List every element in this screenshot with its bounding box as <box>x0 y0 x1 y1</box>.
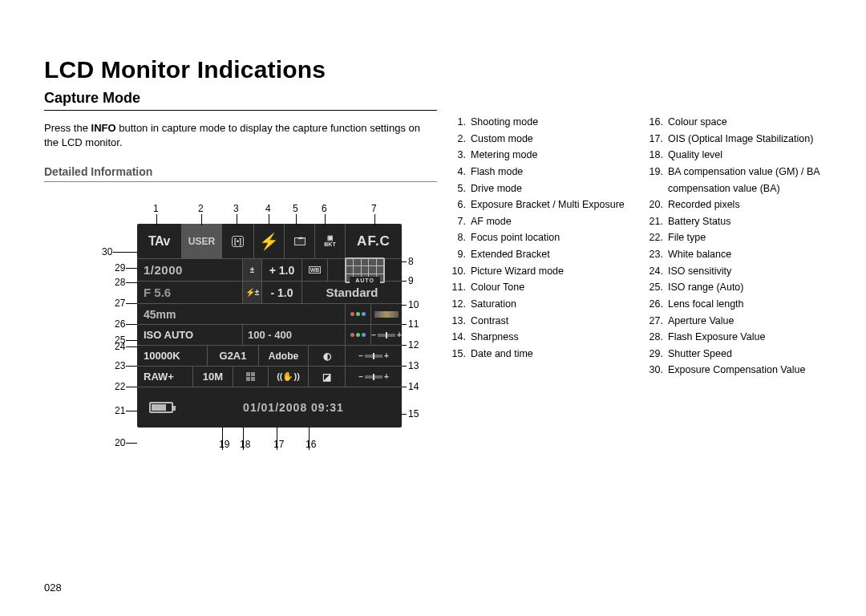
wb-shift-cell: G2A1 <box>208 346 259 366</box>
focal-length-cell: 45mm <box>137 304 346 324</box>
callout-number: 21 <box>115 405 125 416</box>
ev-value-cell: + 1.0 <box>262 259 302 281</box>
datetime-cell: 01/01/2008 09:31 <box>185 401 402 414</box>
legend-item: 28.Flash Exposure Value <box>649 329 822 346</box>
callout-number: 16 <box>306 439 316 450</box>
callout-number: 9 <box>408 275 414 286</box>
drive-mode-icon <box>285 224 315 258</box>
legend-item: 20.Recorded pixels <box>649 197 822 213</box>
legend-item: 18.Quality level <box>649 147 822 164</box>
focus-point-cell: AUTO <box>328 259 402 281</box>
legend-item: 19.BA compensation value (GM) / BA compe… <box>649 164 822 197</box>
color-tone-value <box>371 304 402 324</box>
shooting-mode-cell: TAv <box>137 224 182 258</box>
custom-mode-cell: USER <box>182 224 222 258</box>
callout-number: 27 <box>115 298 125 309</box>
lcd-screen: TAv USER [•] ⚡ ▣BKT AF.C 1/2000 ± + 1.0 … <box>137 224 402 428</box>
callout-number: 19 <box>219 439 229 450</box>
legend-item: 21.Battery Status <box>649 213 822 230</box>
iso-label-cell: ISO AUTO <box>137 325 243 345</box>
callout-number: 2 <box>198 203 204 214</box>
battery-icon <box>137 402 185 413</box>
callout-number: 29 <box>115 262 125 274</box>
legend-item: 14.Sharpness <box>451 329 625 346</box>
quality-icon <box>233 367 269 387</box>
legend-item: 6.Exposure Bracket / Multi Exposure <box>451 197 625 213</box>
callout-number: 15 <box>408 408 419 419</box>
contrast-slider: −+ <box>346 346 402 366</box>
sharpness-icon: ◪ <box>309 367 346 387</box>
colorspace-cell: Adobe <box>259 346 309 366</box>
legend-item: 30.Exposure Compensation Value <box>649 362 822 379</box>
legend-item: 8.Focus point location <box>451 229 625 246</box>
legend-item: 7.AF mode <box>451 213 625 230</box>
legend-columns: 1.Shooting mode2.Custom mode3.Metering m… <box>451 90 822 463</box>
legend-item: 13.Contrast <box>451 313 625 330</box>
bracket-icon: ▣BKT <box>315 224 346 258</box>
ev-icon: ± <box>243 259 262 281</box>
callout-number: 28 <box>115 277 125 288</box>
legend-item: 24.ISO sensitivity <box>649 263 822 280</box>
legend-item: 27.Aperture Value <box>649 313 822 330</box>
callout-number: 26 <box>115 318 125 330</box>
legend-item: 3.Metering mode <box>451 147 625 164</box>
callout-number: 10 <box>408 299 419 310</box>
callout-number: 23 <box>115 360 125 371</box>
callout-number: 13 <box>408 360 419 371</box>
flash-ev-value: - 1.0 <box>262 282 302 303</box>
legend-item: 15.Date and time <box>451 346 625 363</box>
color-tone-icon <box>346 304 371 324</box>
legend-item: 11.Colour Tone <box>451 279 625 296</box>
callout-number: 14 <box>408 381 419 392</box>
callout-number: 11 <box>408 318 419 330</box>
callout-number: 4 <box>265 203 271 214</box>
saturation-icon <box>346 325 371 345</box>
wb-bracket-icon: WB <box>302 259 328 281</box>
legend-item: 16.Colour space <box>649 114 822 131</box>
af-mode-cell: AF.C <box>346 224 402 258</box>
callout-number: 5 <box>293 203 298 214</box>
flash-ev-icon: ⚡± <box>243 282 262 303</box>
intro-text: Press the INFO button in capture mode to… <box>44 121 437 149</box>
callout-number: 20 <box>115 437 125 448</box>
flash-icon: ⚡ <box>254 224 285 258</box>
ois-icon: ((✋)) <box>269 367 309 387</box>
callout-number: 6 <box>322 203 327 214</box>
callout-number: 18 <box>240 439 250 450</box>
legend-item: 2.Custom mode <box>451 131 625 148</box>
page-title: LCD Monitor Indications <box>44 56 822 83</box>
detailed-info-heading: Detailed Information <box>44 165 437 182</box>
legend-item: 9.Extended Bracket <box>451 246 625 263</box>
callout-number: 3 <box>233 203 239 214</box>
callout-number: 30 <box>102 246 112 257</box>
page-number: 028 <box>44 582 62 594</box>
legend-item: 22.File type <box>649 229 822 246</box>
legend-item: 10.Picture Wizard mode <box>451 263 625 280</box>
callout-number: 1 <box>153 203 159 214</box>
legend-item: 4.Flash mode <box>451 164 625 180</box>
shutter-speed-cell: 1/2000 <box>137 259 243 281</box>
callout-number: 22 <box>115 381 125 392</box>
aperture-cell: F 5.6 <box>137 282 243 303</box>
callout-number: 8 <box>408 256 414 267</box>
focus-auto-label: AUTO <box>350 277 380 284</box>
info-button-name: INFO <box>91 122 116 134</box>
file-type-cell: RAW+ <box>137 367 193 387</box>
legend-item: 12.Saturation <box>451 296 625 313</box>
legend-item: 17.OIS (Optical Image Stabilization) <box>649 131 822 148</box>
callout-number: 17 <box>273 439 284 450</box>
lcd-diagram: TAv USER [•] ⚡ ▣BKT AF.C 1/2000 ± + 1.0 … <box>51 198 419 463</box>
pixels-cell: 10M <box>193 367 233 387</box>
legend-item: 29.Shutter Speed <box>649 346 822 363</box>
section-heading: Capture Mode <box>44 90 437 111</box>
callout-number: 12 <box>408 339 419 351</box>
legend-item: 1.Shooting mode <box>451 114 625 131</box>
legend-item: 5.Drive mode <box>451 180 625 197</box>
callout-number: 24 <box>115 341 125 352</box>
sharpness-slider: −+ <box>346 367 402 387</box>
contrast-icon: ◐ <box>309 346 346 366</box>
legend-item: 25.ISO range (Auto) <box>649 279 822 296</box>
wb-kelvin-cell: 10000K <box>137 346 208 366</box>
saturation-slider: −+ <box>371 325 402 345</box>
picture-wizard-cell: Standard <box>302 282 402 303</box>
